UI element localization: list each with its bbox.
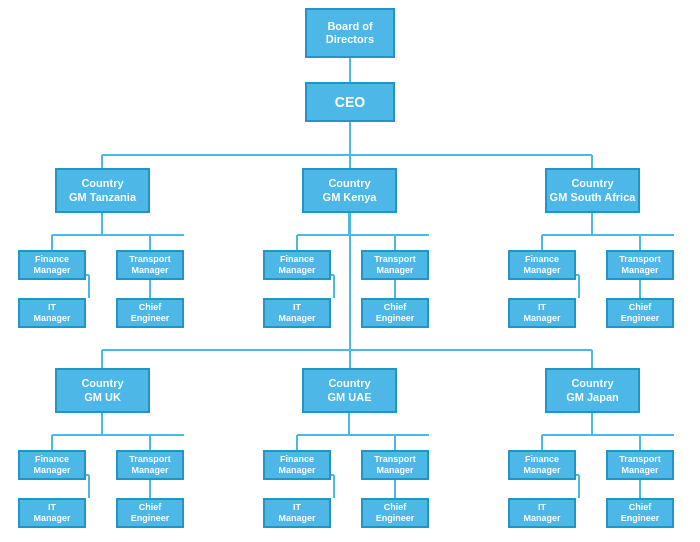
uk-it-manager: ITManager bbox=[18, 498, 86, 528]
org-chart: Board of Directors CEO CountryGM Tanzani… bbox=[0, 0, 700, 542]
gm-southafrica-node: CountryGM South Africa bbox=[545, 168, 640, 213]
jp-it-manager: ITManager bbox=[508, 498, 576, 528]
uae-it-manager: ITManager bbox=[263, 498, 331, 528]
gm-kenya-node: CountryGM Kenya bbox=[302, 168, 397, 213]
ceo-node: CEO bbox=[305, 82, 395, 122]
sa-it-manager: ITManager bbox=[508, 298, 576, 328]
ke-it-manager: ITManager bbox=[263, 298, 331, 328]
tz-finance-manager: FinanceManager bbox=[18, 250, 86, 280]
board-node: Board of Directors bbox=[305, 8, 395, 58]
ke-transport-manager: TransportManager bbox=[361, 250, 429, 280]
uae-finance-manager: FinanceManager bbox=[263, 450, 331, 480]
sa-chief-engineer: ChiefEngineer bbox=[606, 298, 674, 328]
uae-chief-engineer: ChiefEngineer bbox=[361, 498, 429, 528]
ke-chief-engineer: ChiefEngineer bbox=[361, 298, 429, 328]
jp-chief-engineer: ChiefEngineer bbox=[606, 498, 674, 528]
uk-chief-engineer: ChiefEngineer bbox=[116, 498, 184, 528]
uk-transport-manager: TransportManager bbox=[116, 450, 184, 480]
gm-uae-node: CountryGM UAE bbox=[302, 368, 397, 413]
gm-tanzania-node: CountryGM Tanzania bbox=[55, 168, 150, 213]
jp-transport-manager: TransportManager bbox=[606, 450, 674, 480]
tz-it-manager: ITManager bbox=[18, 298, 86, 328]
ke-finance-manager: FinanceManager bbox=[263, 250, 331, 280]
jp-finance-manager: FinanceManager bbox=[508, 450, 576, 480]
gm-japan-node: CountryGM Japan bbox=[545, 368, 640, 413]
sa-transport-manager: TransportManager bbox=[606, 250, 674, 280]
uk-finance-manager: FinanceManager bbox=[18, 450, 86, 480]
sa-finance-manager: FinanceManager bbox=[508, 250, 576, 280]
uae-transport-manager: TransportManager bbox=[361, 450, 429, 480]
tz-transport-manager: TransportManager bbox=[116, 250, 184, 280]
gm-uk-node: CountryGM UK bbox=[55, 368, 150, 413]
tz-chief-engineer: ChiefEngineer bbox=[116, 298, 184, 328]
